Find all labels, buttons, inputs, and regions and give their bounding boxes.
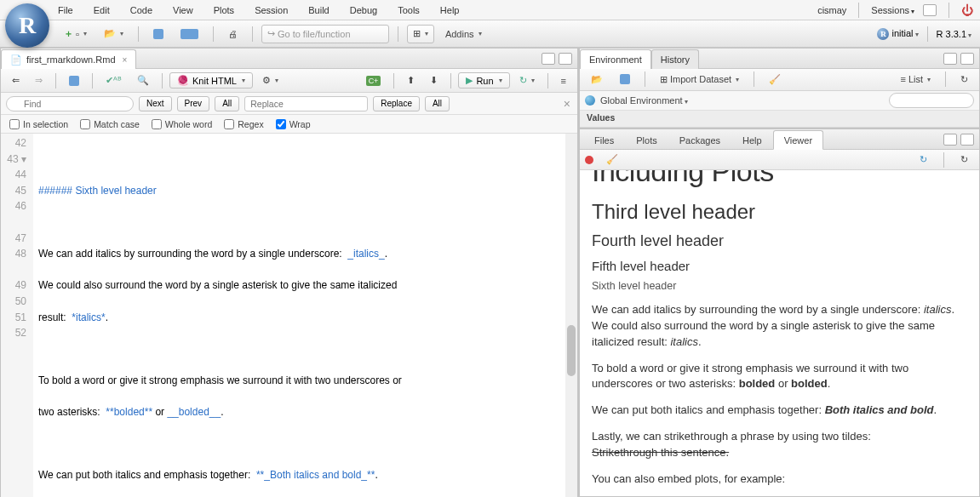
- project-menu[interactable]: R initial▾: [877, 28, 918, 40]
- sep: [162, 73, 163, 89]
- source-tab[interactable]: 📄 first_rmarkdown.Rmd ×: [1, 49, 136, 69]
- sep: [754, 71, 754, 87]
- sessions-icon[interactable]: [923, 4, 937, 16]
- sep: [55, 73, 56, 89]
- maximize-pane-icon[interactable]: [559, 53, 572, 65]
- menu-session[interactable]: Session: [255, 5, 288, 15]
- environment-tab[interactable]: Environment: [580, 49, 651, 69]
- save-workspace-button[interactable]: [614, 70, 636, 89]
- menu-tools[interactable]: Tools: [398, 5, 420, 15]
- editor-toolbar: ⇐ ⇒ ✔ᴬᴮ 🔍 🧶Knit HTML▾ ⚙▾ C+ ⬆ ⬇ ▶Run▾ ↻▾: [1, 69, 577, 93]
- regex-check[interactable]: Regex: [224, 119, 263, 129]
- save-all-button[interactable]: [175, 25, 204, 43]
- files-tab[interactable]: Files: [583, 130, 625, 150]
- remove-viewer-icon[interactable]: [585, 156, 593, 164]
- menu-plots[interactable]: Plots: [214, 5, 234, 15]
- pane-layout-button[interactable]: ⊞▾: [407, 25, 434, 43]
- addins-button[interactable]: Addins▾: [439, 25, 488, 43]
- viewer-h2: Including Plots: [592, 170, 967, 188]
- knit-button[interactable]: 🧶Knit HTML▾: [169, 72, 253, 89]
- sep: [393, 73, 394, 89]
- source-pane: 📄 first_rmarkdown.Rmd × ⇐ ⇒ ✔ᴬᴮ 🔍 🧶Kni: [0, 48, 578, 497]
- rerun-button[interactable]: ↻▾: [513, 71, 541, 90]
- close-find-icon[interactable]: ×: [564, 97, 570, 111]
- spellcheck-button[interactable]: ✔ᴬᴮ: [100, 71, 128, 90]
- user-label[interactable]: cismay: [817, 5, 846, 15]
- sep: [945, 71, 946, 87]
- source-tab-label: first_rmarkdown.Rmd: [26, 54, 116, 65]
- match-case-check[interactable]: Match case: [80, 119, 140, 129]
- clear-workspace-button[interactable]: 🧹: [763, 70, 787, 89]
- help-tab[interactable]: Help: [731, 130, 773, 150]
- whole-word-check[interactable]: Whole word: [152, 119, 212, 129]
- replace-input[interactable]: [244, 96, 368, 111]
- nav-up-button[interactable]: ⬆: [401, 71, 421, 90]
- sep: [252, 26, 253, 42]
- list-mode-button[interactable]: ≡ List▾: [894, 70, 937, 89]
- save-source-button[interactable]: [63, 71, 85, 90]
- maximize-pane-icon[interactable]: [960, 53, 974, 65]
- quit-icon[interactable]: ⏻: [961, 3, 973, 17]
- r-logo[interactable]: R: [5, 3, 49, 48]
- find-next-button[interactable]: Next: [139, 96, 172, 111]
- sessions-menu[interactable]: Sessions▾: [871, 5, 914, 15]
- clear-viewer-button[interactable]: 🧹: [600, 151, 624, 169]
- wrap-check[interactable]: Wrap: [276, 119, 311, 129]
- source-tabbar: 📄 first_rmarkdown.Rmd ×: [1, 49, 577, 69]
- refresh-viewer-button[interactable]: ↻: [954, 151, 974, 169]
- outline-button[interactable]: ≡: [555, 71, 572, 90]
- editor-scrollbar[interactable]: [565, 134, 577, 497]
- r-version-menu[interactable]: R 3.3.1▾: [937, 29, 971, 39]
- plots-tab[interactable]: Plots: [625, 130, 668, 150]
- find-prev-button[interactable]: Prev: [177, 96, 210, 111]
- open-button[interactable]: 📂▾: [98, 25, 129, 43]
- env-search-input[interactable]: [889, 93, 974, 108]
- menu-view[interactable]: View: [173, 5, 193, 15]
- insert-chunk-button[interactable]: C+: [360, 71, 387, 90]
- load-workspace-button[interactable]: 📂: [585, 70, 609, 89]
- close-tab-icon[interactable]: ×: [123, 55, 128, 65]
- run-button[interactable]: ▶Run▾: [458, 72, 509, 89]
- find-input[interactable]: [6, 96, 134, 111]
- viewer-h5: Fifth level header: [592, 259, 967, 273]
- replace-all-button[interactable]: All: [425, 96, 450, 111]
- sep: [858, 3, 859, 18]
- menu-debug[interactable]: Debug: [350, 5, 377, 15]
- minimize-pane-icon[interactable]: [943, 53, 957, 65]
- code-editor[interactable]: 4243 ▾444546 4748 49505152 ###### Sixth …: [1, 134, 577, 497]
- knit-options-button[interactable]: ⚙▾: [256, 71, 284, 90]
- viewer-h4: Fourth level header: [592, 232, 967, 250]
- menu-code[interactable]: Code: [130, 5, 152, 15]
- packages-tab[interactable]: Packages: [668, 130, 731, 150]
- in-selection-check[interactable]: In selection: [9, 119, 68, 129]
- save-button[interactable]: [147, 25, 169, 43]
- print-button[interactable]: 🖨: [222, 25, 244, 43]
- back-button[interactable]: ⇐: [6, 71, 26, 90]
- minimize-pane-icon[interactable]: [542, 53, 555, 65]
- sep: [138, 26, 139, 42]
- new-file-button[interactable]: ＋▫▾: [58, 25, 93, 43]
- history-tab[interactable]: History: [651, 49, 699, 69]
- sep: [450, 73, 451, 89]
- menu-build[interactable]: Build: [308, 5, 329, 15]
- minimize-pane-icon[interactable]: [943, 134, 957, 146]
- menu-file[interactable]: File: [58, 5, 73, 15]
- menu-edit[interactable]: Edit: [94, 5, 110, 15]
- code-content[interactable]: ###### Sixth level header We can add ita…: [33, 134, 577, 497]
- find-all-button[interactable]: All: [215, 96, 239, 111]
- refresh-env-button[interactable]: ↻: [954, 70, 974, 89]
- forward-button[interactable]: ⇒: [29, 71, 49, 90]
- viewer-tab[interactable]: Viewer: [773, 130, 823, 150]
- menubar: File Edit Code View Plots Session Build …: [0, 0, 980, 20]
- replace-button[interactable]: Replace: [373, 96, 420, 111]
- sep: [927, 26, 928, 42]
- import-dataset-button[interactable]: ⊞ Import Dataset▾: [654, 70, 745, 89]
- find-replace-button[interactable]: 🔍: [131, 71, 155, 90]
- goto-file-button[interactable]: ↪ Go to file/function: [261, 25, 389, 43]
- menu-help[interactable]: Help: [440, 5, 460, 15]
- sync-button[interactable]: ↻: [914, 151, 933, 169]
- viewer-content[interactable]: Including Plots Third level header Fourt…: [580, 170, 979, 496]
- nav-down-button[interactable]: ⬇: [424, 71, 444, 90]
- maximize-pane-icon[interactable]: [960, 134, 974, 146]
- env-scope-menu[interactable]: Global Environment▾: [600, 95, 688, 106]
